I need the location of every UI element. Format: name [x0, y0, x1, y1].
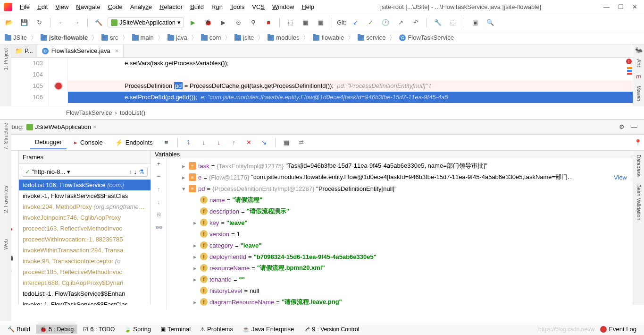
breadcrumb-item[interactable]: service: [356, 33, 387, 42]
console-tab[interactable]: ▸Console: [69, 136, 108, 149]
thread-selector[interactable]: ✓ "http-nio-8... ▾ ↑ ↓ ⚗: [22, 167, 148, 177]
minimize-panel-icon[interactable]: —: [628, 121, 640, 133]
git-history-icon[interactable]: 🕐: [379, 17, 392, 29]
menu-window[interactable]: Window: [268, 1, 298, 12]
sidebar-database[interactable]: Database: [636, 153, 642, 179]
menu-file[interactable]: File: [16, 1, 33, 12]
run-config-selector[interactable]: JSiteWebApplication ▾: [108, 17, 184, 27]
view-link[interactable]: View: [614, 174, 631, 181]
variables-tree[interactable]: ▸≡ task = {TaskEntityImpl@12175} "Task[i…: [167, 158, 633, 309]
breadcrumb-item[interactable]: src: [100, 33, 120, 42]
expand-icon[interactable]: ▸: [192, 253, 198, 260]
menu-edit[interactable]: Edit: [33, 1, 51, 12]
frame-item[interactable]: intercept:688, CglibAopProxy$Dynan: [19, 277, 151, 288]
frame-item[interactable]: invoke:204, MethodProxy (org.springframe…: [19, 201, 151, 212]
debugger-tab[interactable]: Debugger: [30, 136, 67, 149]
save-icon[interactable]: 💾: [18, 17, 30, 29]
breadcrumb-item[interactable]: main: [130, 33, 156, 42]
up-icon[interactable]: ↑: [157, 186, 160, 193]
sidebar-favorites[interactable]: 2: Favorites: [3, 186, 8, 213]
profile-icon[interactable]: ⊙: [232, 17, 244, 29]
run-icon[interactable]: ▶: [187, 17, 199, 29]
settings-icon[interactable]: ⚙: [616, 121, 628, 133]
settings-icon[interactable]: 🔧: [432, 17, 444, 29]
stop-icon[interactable]: ■: [262, 17, 275, 29]
frame-item[interactable]: invoke:-1, FlowTaskService$$FastClas: [19, 299, 151, 305]
config1-icon[interactable]: ⬚: [284, 17, 297, 29]
step-over-icon[interactable]: ⤵: [183, 137, 195, 149]
expand-icon[interactable]: ▸: [180, 163, 187, 170]
back-icon[interactable]: ←: [55, 17, 67, 29]
menu-tools[interactable]: Tools: [226, 1, 248, 12]
filter-icon[interactable]: ⚗: [139, 168, 144, 175]
close-icon[interactable]: ×: [93, 123, 97, 130]
breadcrumb-item[interactable]: java: [166, 33, 189, 42]
menu-run[interactable]: Run: [208, 1, 226, 12]
force-step-into-icon[interactable]: ↓: [213, 137, 225, 149]
build-icon[interactable]: 🔨: [92, 17, 105, 29]
menu-help[interactable]: Help: [298, 1, 318, 12]
debug-icon[interactable]: 🐞: [202, 17, 214, 29]
expand-icon[interactable]: ▾: [180, 185, 187, 192]
expand-icon[interactable]: ▸: [192, 265, 198, 272]
coverage-icon[interactable]: ▶: [217, 17, 229, 29]
maven-icon[interactable]: m: [636, 73, 641, 80]
search-icon[interactable]: 🔍: [484, 17, 496, 29]
breadcrumb-item[interactable]: jsite-flowable: [39, 33, 90, 42]
variable-row[interactable]: ▸f key = "leave": [169, 217, 631, 228]
attach-icon[interactable]: ⚲: [247, 17, 259, 29]
close-button[interactable]: ✕: [632, 3, 637, 10]
next-frame-icon[interactable]: ↓: [134, 168, 137, 175]
breakpoint-icon[interactable]: [55, 83, 62, 89]
variable-row[interactable]: ▸f category = "leave": [169, 240, 631, 251]
info-mark[interactable]: [627, 70, 632, 72]
config2-icon[interactable]: ▦: [300, 17, 312, 29]
breadcrumb-item[interactable]: jsite: [233, 33, 256, 42]
down-icon[interactable]: ↓: [157, 198, 160, 206]
frame-item[interactable]: proceedWithInvocation:-1, 88239785: [19, 234, 151, 245]
sb-java-ee[interactable]: ☕Java Enterprise: [239, 325, 298, 334]
variable-row[interactable]: ▸f deploymentId = "b7098324-15d6-11ea-9f…: [169, 251, 631, 262]
variable-row[interactable]: f description = "请假流程演示": [169, 206, 631, 217]
layout-icon[interactable]: ≡: [160, 137, 173, 149]
endpoints-tab[interactable]: ⚡Endpoints: [110, 136, 158, 149]
menu-vcs[interactable]: VCS: [248, 1, 268, 12]
crumb-class[interactable]: FlowTaskService: [66, 109, 112, 116]
trace-icon[interactable]: ⇄: [295, 137, 308, 149]
error-stripe[interactable]: !: [626, 58, 633, 106]
open-icon[interactable]: 📂: [3, 17, 15, 29]
pin-icon[interactable]: 📍: [632, 137, 644, 149]
sidebar-structure[interactable]: 7: Structure: [3, 123, 8, 150]
sidebar-project[interactable]: 1: Project: [3, 46, 8, 72]
frame-item[interactable]: todoList:-1, FlowTaskService$$Enhan: [19, 288, 151, 299]
variable-row[interactable]: f historyLevel = null: [169, 285, 631, 296]
copy-icon[interactable]: ⎘: [157, 211, 161, 218]
crumb-method[interactable]: todoList(): [120, 109, 145, 116]
sb-debug[interactable]: 🐞5: Debug: [36, 325, 77, 334]
git-update-icon[interactable]: ↙: [349, 17, 361, 29]
todo-icon[interactable]: ▣: [469, 17, 481, 29]
frame-item[interactable]: invoke:-1, FlowTaskService$$FastClas: [19, 190, 151, 201]
code-editor[interactable]: 103 104 105 106 e.setVars(task.getProces…: [11, 58, 633, 106]
git-push-icon[interactable]: ↗: [394, 17, 407, 29]
expand-icon[interactable]: ▸: [192, 276, 198, 283]
sb-problems[interactable]: ⚠Problems: [196, 325, 237, 334]
menu-view[interactable]: View: [51, 1, 72, 12]
step-into-icon[interactable]: ↓: [198, 137, 210, 149]
variable-row[interactable]: ▸f tenantId = "": [169, 274, 631, 285]
config3-icon[interactable]: ▦: [315, 17, 327, 29]
sync-icon[interactable]: ↻: [33, 17, 45, 29]
sb-todo[interactable]: ☑6: TODO: [79, 325, 118, 334]
sidebar-web[interactable]: Web: [3, 239, 8, 249]
add-watch-icon[interactable]: +: [157, 160, 161, 167]
prev-frame-icon[interactable]: ↑: [129, 168, 132, 175]
file-tab[interactable]: C FlowTaskService.java ×: [37, 44, 124, 57]
breadcrumb-item[interactable]: CFlowTaskService: [397, 33, 456, 42]
frame-item[interactable]: invokeJoinpoint:746, CglibAopProxy: [19, 212, 151, 223]
error-mark[interactable]: [627, 73, 632, 75]
menu-navigate[interactable]: Navigate: [72, 1, 104, 12]
sidebar-maven[interactable]: Maven: [636, 84, 642, 103]
breadcrumb-item[interactable]: modules: [266, 33, 301, 42]
variable-row[interactable]: ▸f resourceName = "请假流程.bpmn20.xml": [169, 262, 631, 274]
breadcrumb-item[interactable]: com: [199, 33, 223, 42]
